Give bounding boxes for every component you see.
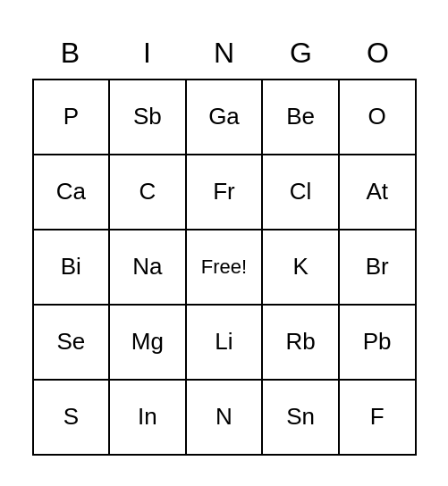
- header-b: B: [32, 31, 109, 75]
- bingo-board: B I N G O P Sb Ga Be O Ca C Fr Cl At Bi …: [32, 31, 417, 456]
- cell-4-1: In: [110, 381, 187, 454]
- cell-4-3: Sn: [263, 381, 340, 454]
- header-i: I: [109, 31, 186, 75]
- cell-0-1: Sb: [110, 80, 187, 154]
- cell-4-4: F: [340, 381, 415, 454]
- cell-3-3: Rb: [263, 306, 340, 379]
- cell-2-4: Br: [340, 230, 415, 304]
- cell-1-3: Cl: [263, 155, 340, 229]
- cell-4-2: N: [187, 381, 264, 454]
- cell-1-4: At: [340, 155, 415, 229]
- cell-3-1: Mg: [110, 306, 187, 379]
- bingo-grid: P Sb Ga Be O Ca C Fr Cl At Bi Na Free! K…: [32, 79, 417, 456]
- header-n: N: [186, 31, 263, 75]
- cell-1-2: Fr: [187, 155, 264, 229]
- bingo-row: S In N Sn F: [34, 381, 415, 454]
- free-space: Free!: [187, 230, 264, 304]
- cell-2-1: Na: [110, 230, 187, 304]
- cell-0-2: Ga: [187, 80, 264, 154]
- bingo-row: P Sb Ga Be O: [34, 80, 415, 155]
- cell-0-4: O: [340, 80, 415, 154]
- bingo-row: Bi Na Free! K Br: [34, 230, 415, 306]
- cell-1-0: Ca: [34, 155, 111, 229]
- cell-0-3: Be: [263, 80, 340, 154]
- bingo-row: Ca C Fr Cl At: [34, 155, 415, 230]
- bingo-header: B I N G O: [32, 31, 417, 75]
- cell-3-2: Li: [187, 306, 264, 379]
- cell-4-0: S: [34, 381, 111, 454]
- cell-1-1: C: [110, 155, 187, 229]
- cell-0-0: P: [34, 80, 111, 154]
- cell-3-0: Se: [34, 306, 111, 379]
- header-o: O: [340, 31, 417, 75]
- cell-2-0: Bi: [34, 230, 111, 304]
- header-g: G: [263, 31, 340, 75]
- bingo-row: Se Mg Li Rb Pb: [34, 306, 415, 381]
- cell-3-4: Pb: [340, 306, 415, 379]
- cell-2-3: K: [263, 230, 340, 304]
